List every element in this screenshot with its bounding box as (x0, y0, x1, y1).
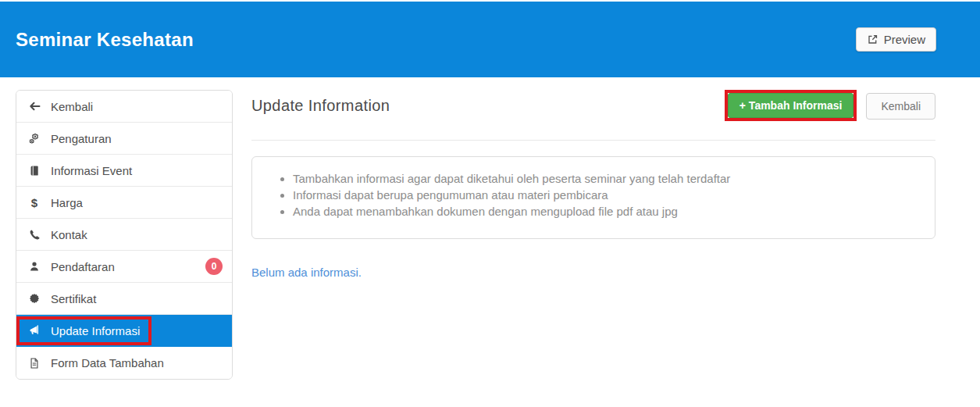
info-bullet-list: Tambahkan informasi agar dapat diketahui… (266, 170, 921, 220)
sidebar-item-pengaturan[interactable]: Pengaturan (16, 123, 232, 155)
gears-icon (27, 132, 42, 145)
sidebar-item-kontak[interactable]: Kontak (16, 219, 232, 251)
dollar-icon: $ (27, 196, 42, 209)
main-content: Update Information + Tambah Informasi Ke… (251, 90, 935, 279)
megaphone-icon (27, 324, 42, 337)
certificate-icon (27, 293, 42, 304)
sidebar-item-sertifikat[interactable]: Sertifikat (16, 283, 232, 315)
preview-button[interactable]: Preview (856, 27, 936, 52)
sidebar-item-pendaftaran[interactable]: Pendaftaran 0 (16, 251, 232, 283)
pendaftaran-count-badge: 0 (205, 258, 223, 275)
sidebar-item-label: Harga (51, 196, 83, 209)
user-icon (27, 261, 42, 272)
info-bullet: Tambahkan informasi agar dapat diketahui… (293, 170, 921, 187)
sidebar-item-kembali[interactable]: Kembali (16, 91, 232, 123)
preview-button-label: Preview (884, 33, 925, 46)
sidebar-item-label: Informasi Event (51, 164, 132, 177)
sidebar-item-label: Kembali (51, 100, 93, 113)
sidebar-item-label: Sertifikat (51, 292, 96, 305)
divider (251, 140, 935, 141)
external-link-icon (867, 34, 878, 45)
info-bullet: Anda dapat menambahkan dokumen dengan me… (293, 203, 921, 220)
sidebar-item-form-data-tambahan[interactable]: Form Data Tambahan (16, 347, 232, 379)
section-title: Update Information (251, 97, 390, 115)
info-bullet: Informasi dapat berupa pengumuman atau m… (293, 187, 921, 203)
phone-icon (27, 229, 42, 241)
empty-state-text: Belum ada informasi. (251, 266, 935, 279)
sidebar-item-label: Pendaftaran (51, 260, 115, 273)
annotation-highlight-add-button: + Tambah Informasi (725, 90, 857, 121)
sidebar-item-informasi-event[interactable]: Informasi Event (16, 155, 232, 187)
book-icon (27, 165, 42, 177)
sidebar-item-label: Form Data Tambahan (51, 356, 164, 370)
page-title: Seminar Kesehatan (16, 29, 194, 51)
sidebar-item-label: Pengaturan (51, 132, 112, 145)
document-icon (27, 358, 42, 369)
info-box: Tambahkan informasi agar dapat diketahui… (251, 156, 935, 239)
sidebar-item-label: Kontak (51, 228, 87, 241)
sidebar-item-update-informasi[interactable]: Update Informasi (16, 315, 232, 347)
back-arrow-icon (27, 100, 42, 112)
tambah-informasi-button[interactable]: + Tambah Informasi (728, 93, 854, 118)
sidebar-item-label: Update Informasi (51, 324, 140, 337)
sidebar: Kembali Pengaturan Informasi Event (16, 90, 233, 380)
kembali-button[interactable]: Kembali (866, 93, 935, 120)
app-header: Seminar Kesehatan Preview (0, 2, 980, 77)
sidebar-item-harga[interactable]: $ Harga (16, 187, 232, 219)
